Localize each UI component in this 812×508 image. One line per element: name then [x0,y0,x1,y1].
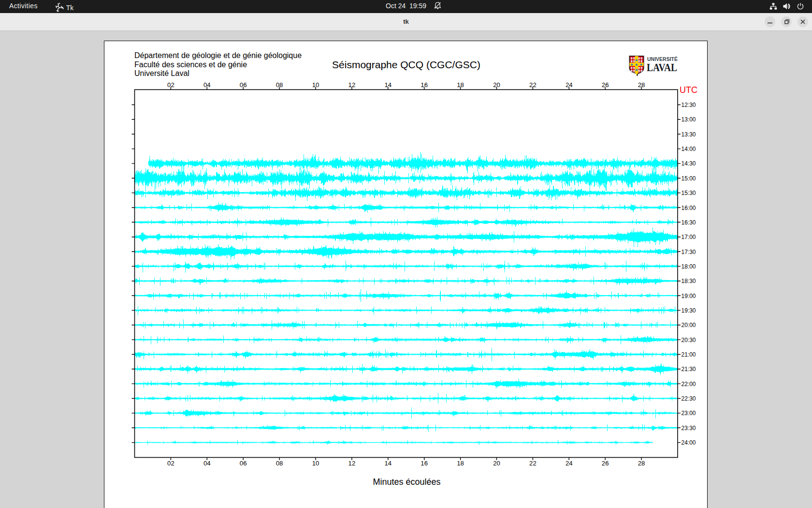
svg-text:20:00: 20:00 [682,322,696,329]
svg-text:18: 18 [457,460,464,467]
svg-text:04: 04 [203,460,211,467]
svg-text:13:00: 13:00 [682,116,696,123]
svg-text:28: 28 [638,81,645,89]
svg-text:23:30: 23:30 [682,425,696,432]
svg-text:19:00: 19:00 [682,293,696,299]
svg-text:10: 10 [312,460,319,467]
svg-text:14: 14 [384,460,392,467]
svg-text:24: 24 [566,460,573,467]
svg-text:20:30: 20:30 [682,337,696,344]
svg-text:02: 02 [167,460,174,467]
svg-text:04: 04 [203,81,211,89]
svg-text:16: 16 [420,81,428,89]
svg-text:18:00: 18:00 [682,263,696,270]
svg-text:23:00: 23:00 [682,410,696,417]
svg-text:26: 26 [602,460,609,467]
svg-text:12: 12 [348,81,356,89]
svg-text:21:00: 21:00 [682,351,696,358]
svg-text:18: 18 [457,81,464,89]
svg-text:28: 28 [638,460,645,467]
svg-text:Minutes écoulées: Minutes écoulées [373,477,440,487]
svg-text:20: 20 [493,460,500,467]
svg-text:26: 26 [602,81,609,89]
svg-text:19:30: 19:30 [682,307,696,314]
svg-text:14:30: 14:30 [682,160,696,167]
svg-text:UTC: UTC [680,85,697,95]
svg-text:13:30: 13:30 [682,131,696,138]
svg-text:17:30: 17:30 [682,249,696,255]
svg-text:14:00: 14:00 [682,146,696,152]
svg-text:12: 12 [348,460,356,467]
svg-text:15:00: 15:00 [682,175,696,182]
svg-text:08: 08 [276,460,283,467]
svg-text:02: 02 [167,81,174,89]
svg-text:15:30: 15:30 [682,190,696,196]
svg-text:20: 20 [493,81,500,89]
svg-text:24: 24 [566,81,573,89]
svg-text:16: 16 [420,460,428,467]
svg-text:22:00: 22:00 [682,381,696,388]
svg-text:06: 06 [240,81,247,89]
svg-text:08: 08 [276,81,283,89]
svg-text:14: 14 [384,81,392,89]
svg-text:24:00: 24:00 [682,439,696,446]
svg-text:21:30: 21:30 [682,366,696,373]
svg-text:22: 22 [529,81,536,89]
svg-text:16:00: 16:00 [682,205,696,211]
svg-text:16:30: 16:30 [682,219,696,226]
svg-text:22:30: 22:30 [682,395,696,402]
svg-text:06: 06 [240,460,247,467]
svg-text:22: 22 [529,460,536,467]
svg-text:17:00: 17:00 [682,234,696,240]
svg-text:12:30: 12:30 [682,102,696,108]
svg-text:10: 10 [312,81,319,89]
svg-text:18:30: 18:30 [682,278,696,284]
